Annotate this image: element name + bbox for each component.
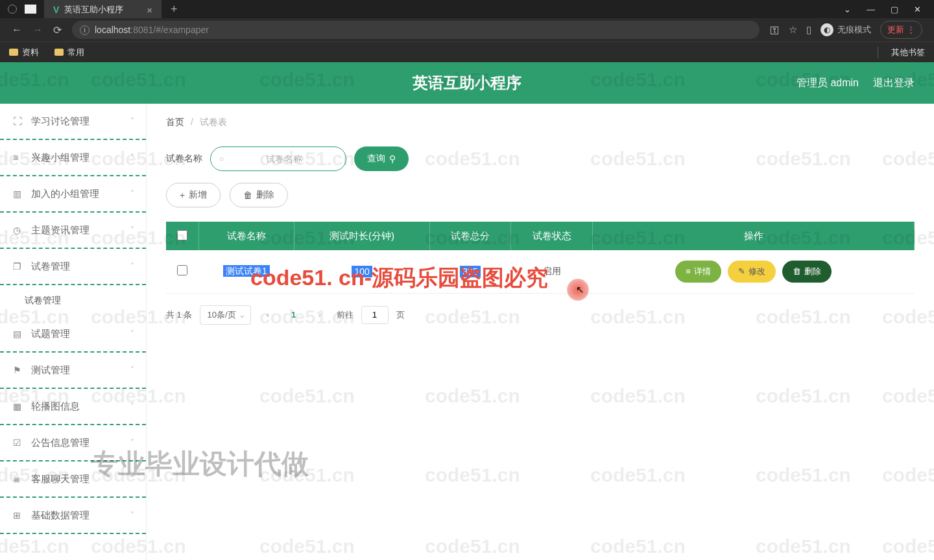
sidebar-item-3[interactable]: ◷主题资讯管理˅ bbox=[0, 213, 146, 249]
col-header-3: 试卷总分 bbox=[429, 222, 511, 250]
detail-button[interactable]: ≡详情 bbox=[675, 261, 721, 283]
menu-label: 客服聊天管理 bbox=[31, 473, 90, 485]
pagination: 共 1 条 10条/页 ‹ 1 › 前往 页 bbox=[166, 305, 915, 325]
page-size-select[interactable]: 10条/页 bbox=[200, 305, 250, 325]
cell-duration: 100 bbox=[294, 250, 429, 293]
tab-icon-2[interactable] bbox=[25, 5, 36, 14]
sidebar-item-8[interactable]: ☑公告信息管理˅ bbox=[0, 425, 146, 461]
new-tab-button[interactable]: + bbox=[171, 3, 178, 16]
breadcrumb-current: 试卷表 bbox=[200, 117, 227, 127]
cell-name: 测试试卷1 bbox=[198, 250, 294, 293]
maximize-icon[interactable]: ▢ bbox=[891, 5, 898, 14]
menu-icon: ⛶ bbox=[13, 116, 23, 126]
menu-label: 加入的小组管理 bbox=[31, 188, 99, 200]
edit-icon: ✎ bbox=[738, 266, 745, 276]
site-info-icon[interactable]: i bbox=[80, 25, 90, 35]
next-page-button[interactable]: › bbox=[311, 306, 329, 324]
action-row: +新增 🗑删除 bbox=[166, 183, 915, 207]
chevron-icon: ˅ bbox=[130, 329, 134, 338]
sidebar-item-6[interactable]: ⚑测试管理˅ bbox=[0, 353, 146, 389]
url-input[interactable]: i localhost:8081/#/exampaper bbox=[72, 21, 760, 39]
vue-favicon-icon: V bbox=[53, 5, 59, 15]
folder-icon bbox=[9, 49, 18, 56]
menu-label: 试卷管理 bbox=[31, 261, 70, 273]
menu-icon: ⚑ bbox=[13, 365, 23, 375]
row-checkbox[interactable] bbox=[177, 265, 187, 275]
prev-page-button[interactable]: ‹ bbox=[259, 306, 277, 324]
chevron-down-icon[interactable]: ⌄ bbox=[844, 5, 851, 14]
sidebar-item-4[interactable]: ❐试卷管理˄ bbox=[0, 249, 146, 285]
paper-name-input[interactable] bbox=[210, 146, 346, 171]
row-delete-button[interactable]: 🗑删除 bbox=[782, 261, 832, 283]
window-controls: ⌄ — ▢ ✕ bbox=[844, 5, 934, 14]
bookmark-item-0[interactable]: 资料 bbox=[9, 47, 39, 58]
menu-icon: ▤ bbox=[13, 329, 23, 339]
sidebar-item-5[interactable]: ▤试题管理˅ bbox=[0, 316, 146, 353]
col-header-2: 测试时长(分钟) bbox=[294, 222, 429, 250]
menu-label: 学习讨论管理 bbox=[31, 115, 90, 128]
chevron-icon: ˅ bbox=[130, 474, 134, 484]
incognito-badge: ◐无痕模式 bbox=[820, 23, 871, 36]
reload-button[interactable]: ⟳ bbox=[48, 24, 67, 36]
tab-title: 英语互助小程序 bbox=[64, 4, 123, 16]
col-header-0 bbox=[166, 222, 198, 250]
menu-icon: ▥ bbox=[13, 189, 23, 199]
other-bookmarks[interactable]: 其他书签 bbox=[887, 47, 925, 58]
chevron-icon: ˅ bbox=[130, 189, 134, 198]
bookmarks-bar: 资料 常用 其他书签 bbox=[0, 41, 934, 62]
cell-total: 335 bbox=[429, 250, 511, 293]
page-suffix: 页 bbox=[396, 309, 405, 321]
plus-icon: + bbox=[180, 190, 185, 200]
close-tab-icon[interactable]: × bbox=[147, 5, 152, 16]
browser-tab[interactable]: V 英语互助小程序 × bbox=[44, 0, 162, 18]
bookmark-item-1[interactable]: 常用 bbox=[54, 47, 84, 58]
sidebar-item-1[interactable]: ≡兴趣小组管理˅ bbox=[0, 140, 146, 176]
extensions-icon[interactable]: ▯ bbox=[806, 24, 811, 36]
sidebar-item-2[interactable]: ▥加入的小组管理˅ bbox=[0, 176, 146, 213]
admin-label[interactable]: 管理员 admin bbox=[796, 76, 859, 90]
search-icon: ⚲ bbox=[389, 154, 396, 164]
minimize-icon[interactable]: — bbox=[867, 5, 875, 14]
filter-row: 试卷名称 ○ 查询 ⚲ bbox=[166, 146, 915, 171]
sidebar-item-0[interactable]: ⛶学习讨论管理˅ bbox=[0, 104, 146, 140]
total-count: 共 1 条 bbox=[166, 309, 192, 321]
sidebar-subitem[interactable]: 试卷管理 bbox=[0, 285, 146, 316]
app: 英语互助小程序 管理员 admin 退出登录 ⛶学习讨论管理˅≡兴趣小组管理˅▥… bbox=[0, 62, 934, 560]
list-icon: ≡ bbox=[686, 266, 691, 276]
menu-label: 公告信息管理 bbox=[31, 437, 90, 449]
logout-link[interactable]: 退出登录 bbox=[873, 76, 915, 90]
menu-label: 测试管理 bbox=[31, 364, 70, 377]
password-key-icon[interactable]: ⚿ bbox=[770, 25, 780, 36]
page-jump-input[interactable] bbox=[361, 306, 389, 324]
bookmark-star-icon[interactable]: ☆ bbox=[789, 24, 797, 36]
url-host: localhost bbox=[95, 25, 130, 35]
edit-button[interactable]: ✎修改 bbox=[728, 261, 776, 283]
sidebar-item-9[interactable]: ≣客服聊天管理˅ bbox=[0, 461, 146, 498]
chevron-icon: ˅ bbox=[130, 511, 134, 520]
forward-button[interactable]: → bbox=[27, 24, 48, 36]
menu-label: 基础数据管理 bbox=[31, 509, 90, 522]
menu-label: 兴趣小组管理 bbox=[31, 152, 90, 164]
chevron-icon: ˅ bbox=[130, 117, 134, 126]
col-header-4: 试卷状态 bbox=[511, 222, 593, 250]
url-rest: :8081/#/exampaper bbox=[130, 25, 209, 35]
back-button[interactable]: ← bbox=[6, 24, 27, 36]
menu-icon: ⊞ bbox=[13, 510, 23, 520]
add-button[interactable]: +新增 bbox=[166, 183, 221, 207]
delete-button[interactable]: 🗑删除 bbox=[230, 183, 288, 207]
sidebar-item-10[interactable]: ⊞基础数据管理˅ bbox=[0, 498, 146, 534]
sidebar-item-7[interactable]: ▦轮播图信息˅ bbox=[0, 389, 146, 425]
menu-icon: ≡ bbox=[13, 152, 23, 163]
menu-icon: ◷ bbox=[13, 225, 23, 235]
address-bar: ← → ⟳ i localhost:8081/#/exampaper ⚿ ☆ ▯… bbox=[0, 18, 934, 41]
select-all-checkbox[interactable] bbox=[177, 230, 187, 240]
tab-icon-1[interactable] bbox=[8, 5, 17, 14]
goto-label: 前往 bbox=[337, 309, 353, 321]
search-button[interactable]: 查询 ⚲ bbox=[354, 146, 409, 171]
col-header-1: 试卷名称 bbox=[198, 222, 294, 250]
page-number[interactable]: 1 bbox=[285, 306, 303, 324]
menu-icon: ▦ bbox=[13, 401, 23, 412]
breadcrumb-home[interactable]: 首页 bbox=[166, 117, 184, 127]
update-button[interactable]: 更新 ⋮ bbox=[880, 21, 922, 39]
close-window-icon[interactable]: ✕ bbox=[914, 5, 921, 14]
